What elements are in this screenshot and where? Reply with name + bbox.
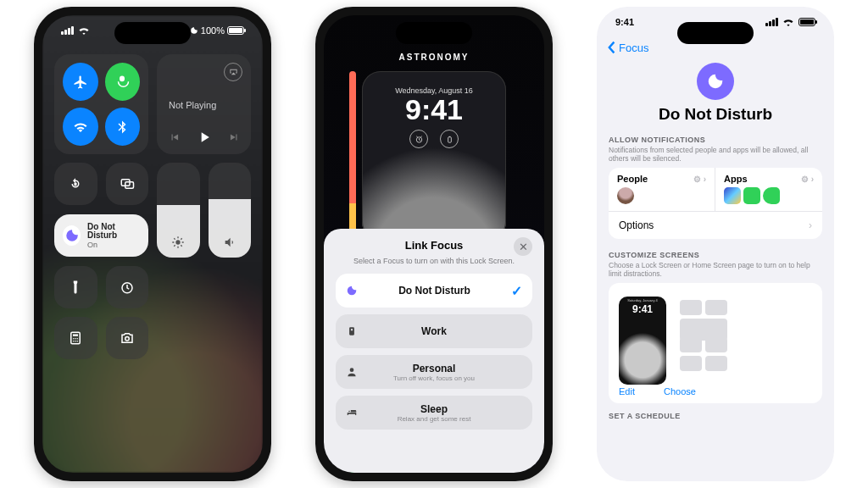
timer-button[interactable] xyxy=(106,266,149,308)
phone-focus-settings: 9:41 Focus Do Not Disturb ALLOW NOTIFICA… xyxy=(597,7,834,481)
svg-rect-18 xyxy=(349,327,354,335)
settings-chevron-icon: ⚙ › xyxy=(693,175,706,184)
svg-rect-17 xyxy=(448,136,450,136)
wifi-toggle[interactable] xyxy=(63,108,98,146)
sheet-subtitle: Select a Focus to turn on with this Lock… xyxy=(336,257,532,265)
link-focus-sheet: Link Focus ✕ Select a Focus to turn on w… xyxy=(324,229,544,473)
avatar xyxy=(617,187,634,204)
focus-option-sleep[interactable]: SleepRelax and get some rest xyxy=(336,396,532,430)
dynamic-island xyxy=(396,22,472,44)
airplay-icon[interactable] xyxy=(224,63,242,81)
connectivity-tile[interactable] xyxy=(54,54,148,154)
dynamic-island xyxy=(677,22,754,44)
focus-hero-icon xyxy=(697,63,734,100)
person-icon xyxy=(346,366,358,378)
section-caption: ALLOW NOTIFICATIONS xyxy=(609,136,822,144)
svg-rect-7 xyxy=(73,335,78,336)
svg-point-10 xyxy=(77,338,79,340)
bed-icon xyxy=(346,407,358,419)
brightness-slider[interactable] xyxy=(157,163,200,258)
battery-widget-icon[interactable] xyxy=(440,130,459,148)
homescreen-thumbnail[interactable] xyxy=(680,297,727,371)
play-icon[interactable] xyxy=(196,129,213,146)
lockscreen-thumbnail[interactable]: Saturday, January 4 9:41 xyxy=(619,297,666,385)
checkmark-icon: ✓ xyxy=(511,283,522,299)
svg-point-9 xyxy=(75,338,77,340)
lockscreen-name: ASTRONOMY xyxy=(324,53,544,62)
focus-dnd-tile[interactable]: Do Not DisturbOn xyxy=(54,214,148,257)
settings-chevron-icon: ⚙ › xyxy=(801,175,814,184)
wifi-icon xyxy=(782,18,794,26)
cellular-toggle[interactable] xyxy=(105,63,141,101)
svg-point-14 xyxy=(125,337,130,341)
svg-point-20 xyxy=(350,368,354,372)
close-button[interactable]: ✕ xyxy=(514,237,532,256)
edit-link[interactable]: Edit xyxy=(619,386,635,396)
flashlight-toggle[interactable] xyxy=(54,266,97,308)
svg-rect-16 xyxy=(448,136,451,141)
choose-link[interactable]: Choose xyxy=(664,386,696,396)
focus-option-dnd[interactable]: Do Not Disturb ✓ xyxy=(336,274,532,308)
alarm-widget-icon[interactable] xyxy=(409,130,428,148)
control-center-grid: Not Playing xyxy=(54,54,251,461)
cell-signal-icon xyxy=(61,26,74,35)
cell-signal-icon xyxy=(765,18,778,26)
lockscreen-preview[interactable]: Wednesday, August 16 9:41 xyxy=(362,71,506,241)
camera-button[interactable] xyxy=(106,317,149,359)
svg-point-12 xyxy=(75,341,77,342)
chevron-right-icon: › xyxy=(809,219,812,231)
battery-indicator: 100% xyxy=(190,25,244,36)
prev-track-icon[interactable] xyxy=(169,131,181,143)
app-icon xyxy=(724,187,741,204)
dynamic-island xyxy=(114,22,191,44)
svg-point-0 xyxy=(121,77,124,80)
volume-slider[interactable] xyxy=(209,163,252,258)
svg-point-4 xyxy=(176,240,181,244)
volume-icon xyxy=(209,236,252,249)
svg-point-13 xyxy=(77,341,79,342)
screen-mirroring-toggle[interactable] xyxy=(106,163,149,205)
moon-icon xyxy=(190,26,198,35)
moon-icon xyxy=(346,285,358,297)
allowed-apps-cell[interactable]: Apps⚙ › xyxy=(715,168,822,212)
phone-control-center: 100% Not Playing xyxy=(34,7,271,481)
svg-point-8 xyxy=(73,338,75,340)
section-caption: SET A SCHEDULE xyxy=(609,412,822,420)
lockscreen-time: 9:41 xyxy=(362,93,506,126)
wifi-icon xyxy=(78,26,90,35)
media-title: Not Playing xyxy=(165,100,242,110)
badge-icon xyxy=(346,325,358,337)
calculator-button[interactable] xyxy=(54,317,97,359)
options-row[interactable]: Options› xyxy=(609,212,822,239)
brightness-icon xyxy=(157,236,200,249)
allowed-people-cell[interactable]: People⚙ › xyxy=(609,168,715,212)
moon-icon xyxy=(64,228,80,243)
orientation-lock-toggle[interactable] xyxy=(54,163,97,205)
bluetooth-toggle[interactable] xyxy=(105,108,141,146)
app-icon xyxy=(743,187,760,204)
focus-option-work[interactable]: Work xyxy=(336,314,532,348)
airplane-toggle[interactable] xyxy=(63,63,98,101)
svg-point-19 xyxy=(351,329,353,330)
back-button[interactable]: Focus xyxy=(607,41,648,54)
media-tile[interactable]: Not Playing xyxy=(157,54,251,154)
sheet-title: Link Focus xyxy=(405,239,464,252)
app-icon xyxy=(763,187,780,204)
page-title: Do Not Disturb xyxy=(597,105,834,124)
chevron-left-icon xyxy=(607,41,617,54)
phone-link-focus: ASTRONOMY Wednesday, August 16 9:41 Link… xyxy=(315,7,553,481)
focus-option-personal[interactable]: PersonalTurn off work, focus on you xyxy=(336,355,532,389)
svg-point-11 xyxy=(73,341,75,342)
next-track-icon[interactable] xyxy=(228,131,240,143)
svg-rect-1 xyxy=(75,183,77,186)
section-caption: CUSTOMIZE SCREENS xyxy=(609,251,822,259)
